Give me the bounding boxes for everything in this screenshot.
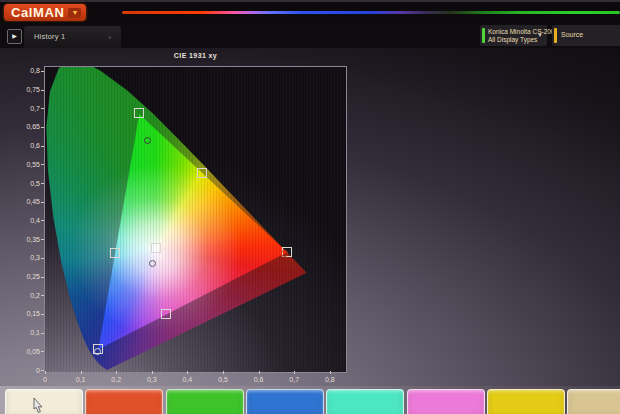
- top-menu-bar: CalMAN ▼: [0, 0, 620, 24]
- spectrum-divider: [122, 11, 620, 14]
- y-axis-tick: [41, 183, 44, 184]
- chart-plot: [45, 67, 346, 372]
- y-axis-tick: [41, 71, 44, 72]
- y-axis-tick: [41, 295, 44, 296]
- y-axis-label-0: 0: [8, 367, 40, 374]
- y-axis-label-0,75: 0,75: [8, 86, 40, 93]
- swatch-magenta[interactable]: [407, 389, 485, 414]
- calman-app: CalMAN ▼ ▶ History 1 ▼ Konica Minolta CS…: [0, 0, 620, 414]
- source-accent-bar: [554, 28, 557, 43]
- swatch-blue[interactable]: [246, 389, 324, 414]
- y-axis-tick: [41, 351, 44, 352]
- y-axis-label-0,4: 0,4: [8, 217, 40, 224]
- x-axis-tick: [259, 371, 260, 374]
- y-axis-label-0,55: 0,55: [8, 161, 40, 168]
- y-axis-label-0,8: 0,8: [8, 67, 40, 74]
- meter-selector[interactable]: Konica Minolta CS-2000 All Display Types…: [480, 25, 547, 46]
- cursor-icon: [33, 398, 45, 414]
- x-axis-tick: [330, 371, 331, 374]
- y-axis-label-0,25: 0,25: [8, 273, 40, 280]
- x-axis-label-0,4: 0,4: [173, 376, 201, 383]
- y-axis-label-0,65: 0,65: [8, 123, 40, 130]
- y-axis-tick: [41, 202, 44, 203]
- tab-history-label: History 1: [34, 32, 65, 41]
- y-axis-tick: [41, 314, 44, 315]
- source-label: Source: [561, 31, 583, 38]
- chevron-down-icon: ▼: [537, 32, 543, 38]
- meter-mode-label: All Display Types: [488, 36, 558, 44]
- cie-chart: [44, 66, 347, 373]
- meter-device-label: Konica Minolta CS-2000: [488, 28, 558, 36]
- chevron-down-icon[interactable]: ▼: [68, 8, 81, 18]
- source-selector[interactable]: Source: [552, 25, 620, 46]
- swatch-cyan[interactable]: [326, 389, 404, 414]
- y-axis-label-0,5: 0,5: [8, 180, 40, 187]
- x-axis-tick: [294, 371, 295, 374]
- y-axis-tick: [41, 220, 44, 221]
- x-axis-label-0,6: 0,6: [245, 376, 273, 383]
- chart-title: CIE 1931 xy: [44, 52, 347, 59]
- play-icon: ▶: [12, 33, 17, 39]
- y-axis-tick: [41, 370, 44, 371]
- y-axis-tick: [41, 277, 44, 278]
- x-axis-tick: [81, 371, 82, 374]
- x-axis-label-0,3: 0,3: [138, 376, 166, 383]
- meter-accent-bar: [482, 28, 485, 43]
- x-axis-label-0,5: 0,5: [209, 376, 237, 383]
- measured-blue: [94, 348, 101, 355]
- swatch-yellow[interactable]: [487, 389, 565, 414]
- target-green-primary: [134, 108, 144, 118]
- x-axis-label-0,2: 0,2: [102, 376, 130, 383]
- tab-history-1[interactable]: History 1 ▼: [24, 26, 121, 48]
- y-axis-label-0,15: 0,15: [8, 310, 40, 317]
- y-axis-label-0,45: 0,45: [8, 198, 40, 205]
- y-axis-label-0,35: 0,35: [8, 236, 40, 243]
- swatch-red[interactable]: [85, 389, 163, 414]
- x-axis-label-0: 0: [31, 376, 59, 383]
- play-button[interactable]: ▶: [7, 29, 22, 44]
- y-axis-tick: [41, 333, 44, 334]
- measured-green: [144, 137, 151, 144]
- x-axis-tick: [187, 371, 188, 374]
- y-axis-tick: [41, 146, 44, 147]
- x-axis-tick: [45, 371, 46, 374]
- target-cyan-secondary: [110, 248, 120, 258]
- chevron-down-icon: ▼: [107, 27, 113, 49]
- swatch-tan[interactable]: [567, 389, 620, 414]
- target-magenta-secondary: [161, 309, 171, 319]
- y-axis-label-0,3: 0,3: [8, 254, 40, 261]
- swatch-green[interactable]: [166, 389, 244, 414]
- y-axis-tick: [41, 239, 44, 240]
- y-axis-tick: [41, 108, 44, 109]
- calman-logo-label: CalMAN: [11, 4, 64, 21]
- x-axis-tick: [152, 371, 153, 374]
- tab-bar: ▶ History 1 ▼ Konica Minolta CS-2000 All…: [0, 22, 620, 48]
- y-axis-label-0,1: 0,1: [8, 329, 40, 336]
- y-axis-label-0,2: 0,2: [8, 292, 40, 299]
- measured-white: [149, 260, 156, 267]
- y-axis-tick: [41, 127, 44, 128]
- x-axis-tick: [223, 371, 224, 374]
- meter-text: Konica Minolta CS-2000 All Display Types: [488, 28, 558, 44]
- y-axis-tick: [41, 164, 44, 165]
- y-axis-label-0,6: 0,6: [8, 142, 40, 149]
- x-axis-label-0,8: 0,8: [316, 376, 344, 383]
- x-axis-label-0,1: 0,1: [67, 376, 95, 383]
- target-white-point: [151, 243, 161, 253]
- swatch-row: [0, 385, 620, 414]
- y-axis-tick: [41, 90, 44, 91]
- y-axis-label-0,7: 0,7: [8, 105, 40, 112]
- y-axis-tick: [41, 258, 44, 259]
- x-axis-label-0,7: 0,7: [280, 376, 308, 383]
- calman-logo-button[interactable]: CalMAN ▼: [4, 4, 86, 21]
- target-yellow-secondary: [197, 168, 207, 178]
- y-axis-label-0,05: 0,05: [8, 348, 40, 355]
- x-axis-tick: [116, 371, 117, 374]
